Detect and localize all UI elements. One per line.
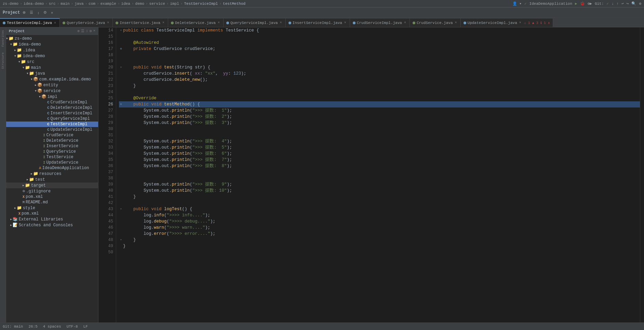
tab-close-TestServiceImpl[interactable]: × [53, 21, 57, 25]
settings-btn[interactable]: ⚙ [639, 1, 641, 6]
run-btn[interactable]: ▶ [575, 1, 577, 6]
tree-item-pom-inner[interactable]: X pom.xml [6, 194, 98, 200]
tree-item-main[interactable]: ▼ 📁 main [6, 65, 98, 71]
tab-close-InsertService[interactable]: × [162, 21, 165, 25]
tree-item-test[interactable]: ▶ 📁 test [6, 177, 98, 182]
tab-close-UpdateServiceImpl[interactable]: × [519, 21, 522, 25]
fold-20[interactable]: ▾ [119, 64, 123, 71]
tab-CrudServiceImpl[interactable]: CrudServiceImpl.java × [350, 18, 410, 27]
sidebar-favorites[interactable]: Favorites [1, 29, 5, 48]
tree-item-UpdateServiceImpl[interactable]: C UpdateServiceImpl [6, 127, 98, 132]
tree-new-icon[interactable]: ⊕ [78, 29, 80, 33]
tab-close-DeleteService[interactable]: × [217, 21, 220, 25]
search-btn[interactable]: 🔍 [631, 1, 636, 6]
breadcrumb-java[interactable]: java [75, 2, 83, 6]
tree-item-style[interactable]: ▶ 📁 style [6, 205, 98, 211]
undo-btn[interactable]: ↩ [621, 1, 624, 6]
tree-item-zs-demo[interactable]: ▼ 📁 zs-demo [6, 36, 98, 41]
tree-item-service[interactable]: ▼ 📦 service [6, 88, 98, 94]
tree-item-QueryService[interactable]: I QueryService [6, 149, 98, 154]
tree-item-DeleteService[interactable]: I DeleteService [6, 138, 98, 143]
tree-item-src[interactable]: ▼ 📁 src [6, 59, 98, 65]
breadcrumb-demo[interactable]: demo [135, 2, 144, 6]
breadcrumb-example[interactable]: example [100, 2, 116, 6]
breadcrumb-main[interactable]: main [61, 2, 69, 6]
tree-item-idea-demo[interactable]: ▼ 📁 idea-demo [6, 41, 98, 47]
fold-48[interactable]: ▾ [119, 237, 123, 243]
tree-body[interactable]: ▼ 📁 zs-demo ▼ 📁 idea-demo ▶ 📁 .idea [6, 35, 98, 322]
tab-close-QueryServiceImpl[interactable]: × [279, 21, 283, 25]
tab-TestServiceImpl[interactable]: TestServiceImpl.java × [0, 18, 60, 27]
tab-UpdateServiceImpl[interactable]: UpdateServiceImpl.java × ⚠ 1 ▲ 3 ℹ 1 ∧ [461, 18, 553, 27]
tree-item-IdeaDemoApplication[interactable]: A IdeaDemoApplication [6, 165, 98, 171]
tree-item-UpdateService[interactable]: I UpdateService [6, 160, 98, 165]
tree-sort-icon[interactable]: ↕ [86, 29, 88, 33]
fold-43[interactable]: ▾ [119, 206, 123, 212]
tree-item-QueryServiceImpl[interactable]: C QueryServiceImpl [6, 116, 98, 122]
breadcrumb-zs-demo[interactable]: zs-demo [3, 2, 18, 6]
tree-item-package[interactable]: ▼ 📦 com.example.idea.demo [6, 76, 98, 82]
new-file-btn[interactable]: ⊕ [21, 10, 27, 15]
tree-list-icon[interactable]: ☰ [81, 29, 84, 33]
run-config[interactable]: IdeaDemoApplication [529, 2, 572, 6]
tab-dot-CrudServiceImpl [353, 22, 355, 24]
breadcrumb-src[interactable]: src [49, 2, 56, 6]
tab-InsertServiceImpl[interactable]: InsertServiceImpl.java × [286, 18, 350, 27]
settings-tree-btn[interactable]: ⚙ [42, 10, 48, 15]
tree-item-DeleteServiceImpl[interactable]: C DeleteServiceImpl [6, 105, 98, 111]
breadcrumb-com[interactable]: com [89, 2, 95, 6]
project-label[interactable]: Project [3, 10, 20, 15]
tab-close-CrudServiceImpl[interactable]: × [403, 21, 407, 25]
class-icon-InsertServiceImpl: C [47, 111, 50, 115]
tree-item-TestService[interactable]: I TestService [6, 154, 98, 160]
fold-14[interactable]: ▾ [119, 27, 123, 34]
sidebar-structure[interactable]: Structure [1, 51, 5, 71]
code-content[interactable]: ▾ public class TestServiceImpl implement… [116, 27, 640, 322]
tree-item-idea[interactable]: ▶ 📁 .idea [6, 47, 98, 53]
breadcrumb-active-file[interactable]: TestServiceImpl [184, 2, 218, 6]
tab-InsertService[interactable]: InsertService.java × [113, 18, 168, 27]
tree-close-icon[interactable]: × [93, 29, 95, 33]
debug-btn[interactable]: 🐞 [580, 1, 585, 6]
git-update[interactable]: ↓ [612, 2, 614, 6]
tab-QueryService[interactable]: QueryService.java × [60, 18, 113, 27]
tree-item-resources[interactable]: ▶ 📁 resources [6, 171, 98, 177]
tree-item-readme[interactable]: M README.md [6, 200, 98, 205]
tree-gear-icon[interactable]: ⚙ [90, 29, 92, 33]
tree-item-InsertServiceImpl[interactable]: C InsertServiceImpl [6, 111, 98, 116]
tree-item-gitignore[interactable]: ⊙ .gitignore [6, 188, 98, 194]
fold-26[interactable]: ⊙ [119, 101, 123, 107]
tree-item-TestServiceImpl[interactable]: C TestServiceImpl [6, 122, 98, 127]
tab-close-QueryService[interactable]: × [106, 21, 110, 25]
tab-CrudService[interactable]: CrudService.java × [410, 18, 461, 27]
user-icon[interactable]: 👤 ▾ [512, 1, 522, 6]
tree-item-idea-demo-sub[interactable]: ▼ 📁 idea-demo [6, 53, 98, 59]
sort-btn[interactable]: ↕ [36, 10, 41, 15]
breadcrumb-method[interactable]: testMethod [223, 2, 245, 6]
redo-btn[interactable]: ↪ [627, 1, 629, 6]
tree-item-pom-outer[interactable]: X pom.xml [6, 211, 98, 216]
tab-QueryServiceImpl[interactable]: QueryServiceImpl.java × [224, 18, 286, 27]
breadcrumb-idea[interactable]: idea [121, 2, 130, 6]
tree-item-impl[interactable]: ▼ 📦 impl [6, 94, 98, 100]
close-tree-btn[interactable]: × [50, 10, 54, 15]
tab-close-InsertServiceImpl[interactable]: × [344, 21, 347, 25]
tab-close-CrudService[interactable]: × [454, 21, 458, 25]
tree-item-InsertService[interactable]: I InsertService [6, 143, 98, 149]
tree-item-scratches[interactable]: ▶ 📝 Scratches and Consoles [6, 222, 98, 228]
structure-btn[interactable]: ☰ [28, 10, 35, 15]
run-with-coverage[interactable]: ⚙▶ [588, 1, 592, 6]
breadcrumb-idea-demo[interactable]: idea-demo [24, 2, 44, 6]
tree-item-ext-libs[interactable]: ▶ 📚 External Libraries [6, 216, 98, 222]
tree-item-CrudServiceImpl[interactable]: C CrudServiceImpl [6, 100, 98, 105]
git-push[interactable]: ↑ [617, 2, 619, 6]
tree-item-CrudService[interactable]: I CrudService [6, 132, 98, 138]
tab-DeleteService[interactable]: DeleteService.java × [168, 18, 224, 27]
tree-item-target[interactable]: ▶ 📁 target [6, 182, 98, 188]
breadcrumb-service[interactable]: service [149, 2, 165, 6]
tree-item-entity[interactable]: ▶ 📦 entity [6, 82, 98, 88]
code-editor[interactable]: 14 15 16 17 18 19 20 21 22 23 24 25 26 2… [98, 27, 644, 322]
breadcrumb-impl[interactable]: impl [170, 2, 179, 6]
status-git[interactable]: Git: main [3, 325, 23, 329]
tree-item-java[interactable]: ▼ 📁 java [6, 71, 98, 76]
